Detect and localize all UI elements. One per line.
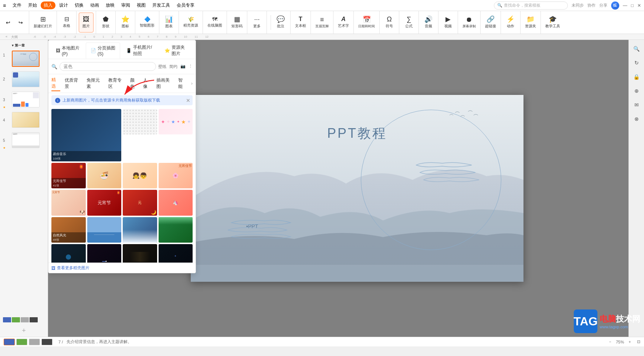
slide-thumb-5[interactable]: 这是某学 [12, 132, 40, 148]
image-cell-dark1[interactable] [51, 244, 86, 263]
slide-thumb-1[interactable]: PPT教程 [12, 51, 40, 67]
search-tag-wallpaper[interactable]: 壁纸 [158, 64, 166, 69]
header-btn[interactable]: ≡ 页眉页脚 [313, 13, 331, 32]
cat-featured[interactable]: 精选 [51, 76, 60, 91]
menu-start[interactable]: 开始 [25, 1, 40, 9]
image-cell-bowl[interactable]: 🍜 [87, 163, 122, 188]
fit-screen-btn[interactable]: ⊡ [637, 339, 640, 344]
cat-illustration[interactable]: 插画美图 [156, 76, 174, 91]
right-btn-2[interactable]: ↻ [631, 57, 643, 69]
image-cell-dark2[interactable] [87, 244, 122, 263]
bottom-thumb-3[interactable] [21, 317, 29, 322]
cat-cutout[interactable]: 免抠元素 [87, 76, 104, 91]
screenrecord-btn[interactable]: ⏺ 屏幕录制 [460, 13, 478, 32]
barcode-btn[interactable]: ▦ 矩形码 [229, 13, 245, 32]
tab-page-illustration[interactable]: 📄 分页插图(S) [86, 42, 120, 59]
bottom-slide-2[interactable] [16, 339, 27, 345]
resources-folder-btn[interactable]: 📁 资源夹 [523, 13, 538, 32]
cat-more-icon[interactable]: › [191, 81, 193, 86]
more-options-icon[interactable]: ⋮ [189, 64, 193, 69]
datetime-btn[interactable]: 📅 日期和时间 [356, 13, 377, 32]
mindmap-btn[interactable]: 🗺 在线脑图 [205, 13, 224, 32]
resources-btn[interactable]: 🌾 稻壳资源 [181, 13, 200, 32]
image-cell-dark3[interactable] [123, 244, 157, 263]
undo-btn[interactable]: ↩ [2, 19, 14, 26]
cat-portrait[interactable]: 人像 [143, 76, 152, 91]
image-cell-nature-banner[interactable]: 自然风光 45张 [51, 217, 86, 243]
video-btn[interactable]: ▶ 视频 [441, 13, 455, 32]
image-cell-lake[interactable] [87, 217, 122, 243]
camera-icon[interactable]: 📷 [180, 64, 186, 69]
more-btn[interactable]: ··· 更多 [250, 13, 264, 32]
cat-color[interactable]: 颜色 [130, 76, 139, 91]
table-btn[interactable]: ⊟ 表格 [59, 13, 74, 32]
audio-btn[interactable]: 🔊 音频 [421, 13, 436, 32]
redo-btn[interactable]: ↪ [15, 19, 27, 26]
shape-btn[interactable]: ⬟ 形状 [98, 13, 113, 32]
cat-quality-bg[interactable]: 优质背景 [65, 76, 82, 91]
bottom-thumb-1[interactable] [3, 317, 11, 322]
image-cell-r3-2[interactable]: 元宵节 🏮 [87, 190, 122, 215]
menu-transition[interactable]: 切换 [72, 1, 87, 9]
tab-local-image[interactable]: 🖼 本地图片(P) [51, 42, 84, 59]
action-btn[interactable]: ⚡ 动作 [503, 13, 518, 32]
image-cell-dark4[interactable]: ✦ [159, 244, 193, 263]
bottom-thumb-2[interactable] [12, 317, 20, 322]
menu-icon[interactable]: ≡ [3, 3, 6, 8]
menu-design[interactable]: 设计 [56, 1, 71, 9]
menu-insert[interactable]: 插入 [41, 1, 55, 9]
image-cell-r3-1[interactable]: 元宵节 🐶 [51, 190, 86, 215]
smartshape-btn[interactable]: 🔷 智能图形 [138, 13, 157, 32]
slide-thumb-4[interactable] [12, 112, 40, 128]
image-cell-kids[interactable]: 👧👦 [123, 163, 157, 188]
bottom-slide-1[interactable] [4, 339, 15, 345]
image-cell-r3-4[interactable]: 🦄 [159, 190, 193, 215]
teaching-btn[interactable]: 🎓 教学工具 [543, 13, 562, 32]
search-tag-simple[interactable]: 简约 [169, 64, 177, 69]
icon-btn[interactable]: ⭐ 图标 [118, 13, 133, 32]
wordart-btn[interactable]: A 艺术字 [336, 13, 351, 32]
formula-btn[interactable]: ∑ 公式 [401, 13, 416, 32]
sync-label[interactable]: 未同步 [572, 3, 584, 8]
close-btn[interactable]: ✕ [637, 3, 641, 8]
bottom-slide-3[interactable] [29, 339, 40, 345]
zoom-in-btn[interactable]: ＋ [626, 339, 633, 345]
share-label[interactable]: 分享 [599, 3, 607, 8]
bottom-slide-4[interactable] [41, 339, 52, 345]
outline-toggle[interactable]: « [6, 35, 7, 38]
right-btn-4[interactable]: ⊕ [631, 85, 643, 97]
cat-ai[interactable]: 智能 [178, 76, 187, 91]
chart-btn[interactable]: 📊 图表 [162, 13, 176, 32]
slide-thumb-2[interactable] [12, 71, 40, 87]
slide-thumb-3[interactable]: 这是某个 [12, 92, 40, 107]
menu-devtools[interactable]: 开发工具 [149, 1, 173, 9]
hyperlink-btn[interactable]: 🔗 超链接 [483, 13, 498, 32]
symbol-btn[interactable]: Ω 符号 [382, 13, 397, 32]
user-avatar[interactable]: tE [611, 1, 619, 10]
textbox-btn[interactable]: T 文本框 [293, 13, 308, 32]
notice-close-btn[interactable]: ✕ [186, 97, 190, 103]
maximize-btn[interactable]: □ [631, 3, 634, 8]
menu-review[interactable]: 审阅 [118, 1, 133, 9]
image-cell-r3-3[interactable]: 元 🌙 [123, 190, 157, 215]
menu-vip[interactable]: 会员专享 [174, 1, 197, 9]
tab-phone-photo[interactable]: 📱 手机图片/拍照 [122, 42, 159, 59]
top-search-bar[interactable]: 🔍 查找命令，搜索模板 [494, 1, 568, 10]
comment-btn[interactable]: 💬 批注 [273, 13, 288, 32]
panel-footer[interactable]: 🖼 查看更多稻壳图片 [48, 263, 196, 273]
image-search-input[interactable] [60, 62, 156, 71]
image-cell-lantern[interactable]: 元宵佳节 🌸 [159, 163, 193, 188]
tab-resource-image[interactable]: ⭐ 资源夹图片 [160, 42, 193, 59]
right-btn-5[interactable]: ✉ [631, 99, 643, 111]
menu-view[interactable]: 视图 [134, 1, 149, 9]
image-btn[interactable]: 🖼 图片 [79, 13, 94, 32]
right-btn-3[interactable]: 🔒 [631, 71, 643, 83]
new-slide-btn[interactable]: ⊞ 新建幻灯片 [31, 13, 54, 32]
menu-slideshow[interactable]: 放映 [103, 1, 118, 9]
cat-education[interactable]: 教育专区 [108, 76, 126, 91]
image-cell-yuanxiao-banner[interactable]: 元宵佳节 41张 🏮 [51, 163, 86, 188]
image-cell-dots[interactable] [123, 109, 157, 134]
collab-label[interactable]: 协作 [587, 3, 596, 8]
menu-file[interactable]: 文件 [10, 1, 24, 9]
image-cell-stars[interactable]: ✦ ✧ ★ ✦ ★ ✧ [159, 109, 193, 134]
